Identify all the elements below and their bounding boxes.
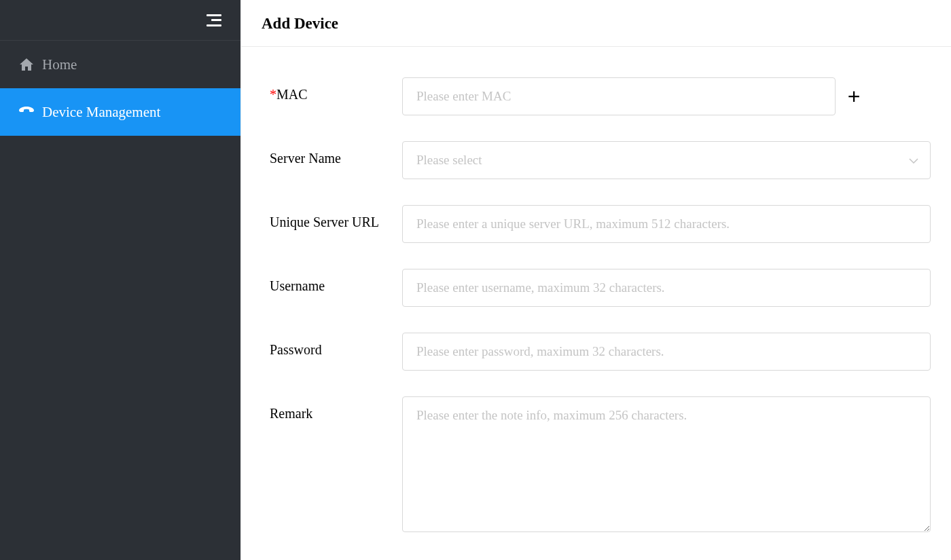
required-mark: * — [270, 87, 276, 102]
remark-label: Remark — [270, 396, 402, 422]
form-row-remark: Remark — [270, 396, 931, 532]
server-name-label: Server Name — [270, 141, 402, 166]
form-row-password: Password — [270, 333, 931, 371]
sidebar-item-label: Device Management — [42, 104, 160, 121]
phone-icon — [19, 105, 34, 119]
sidebar: Home Device Management — [0, 0, 240, 560]
mac-input[interactable] — [402, 77, 836, 115]
form-row-unique-server-url: Unique Server URL — [270, 205, 931, 243]
password-input[interactable] — [402, 333, 931, 371]
form-row-mac: *MAC + — [270, 77, 931, 115]
main-header: Add Device — [241, 0, 951, 47]
remark-textarea[interactable] — [402, 396, 931, 532]
home-icon — [19, 57, 34, 72]
sidebar-item-label: Home — [42, 56, 77, 73]
username-label: Username — [270, 269, 402, 294]
add-mac-button[interactable]: + — [844, 86, 864, 107]
username-input[interactable] — [402, 269, 931, 307]
sidebar-header — [0, 0, 240, 41]
plus-icon: + — [848, 86, 861, 107]
unique-server-url-input[interactable] — [402, 205, 931, 243]
form-row-username: Username — [270, 269, 931, 307]
mac-label: *MAC — [270, 77, 402, 102]
unique-server-url-label: Unique Server URL — [270, 205, 402, 230]
sidebar-item-device-management[interactable]: Device Management — [0, 88, 240, 136]
add-device-form: *MAC + Server Name Please select — [241, 47, 951, 560]
sidebar-item-home[interactable]: Home — [0, 41, 240, 88]
page-title: Add Device — [262, 15, 931, 33]
main-content: Add Device *MAC + Server Name Please sel… — [240, 0, 951, 560]
server-name-select[interactable]: Please select — [402, 141, 931, 179]
menu-toggle-icon[interactable] — [207, 14, 221, 26]
form-row-server-name: Server Name Please select — [270, 141, 931, 179]
password-label: Password — [270, 333, 402, 358]
